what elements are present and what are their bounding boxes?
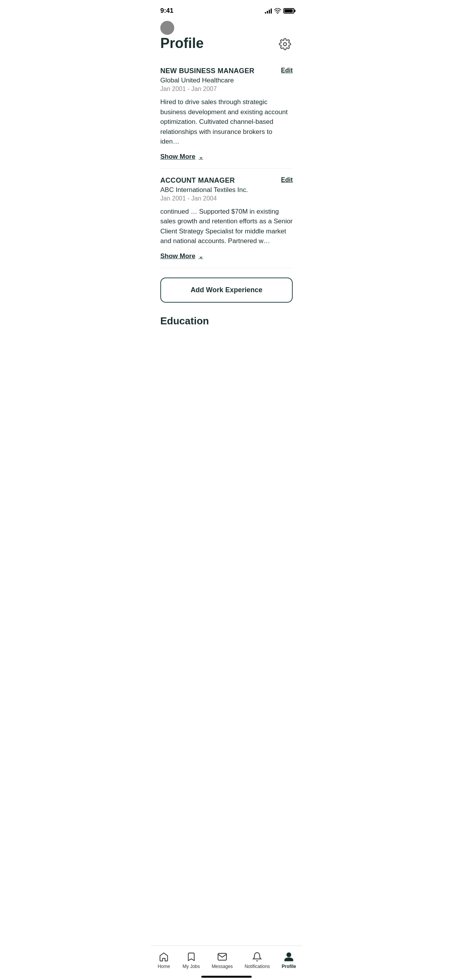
chevron-down-icon-1: ⌄ <box>199 154 203 160</box>
content-area: NEW BUSINESS MANAGER Edit Global United … <box>151 59 302 332</box>
page-header: Profile <box>151 19 302 59</box>
add-work-experience-button[interactable]: Add Work Experience <box>160 278 293 303</box>
company-1: Global United Healthcare <box>160 77 293 84</box>
battery-icon <box>283 8 294 14</box>
status-icons <box>265 8 294 14</box>
wifi-icon <box>274 8 281 14</box>
work-entry-1: NEW BUSINESS MANAGER Edit Global United … <box>160 59 293 169</box>
date-range-2: Jan 2001 - Jan 2004 <box>160 195 293 202</box>
chevron-down-icon-2: ⌄ <box>199 253 203 259</box>
date-range-1: Jan 2001 - Jan 2007 <box>160 86 293 93</box>
status-time: 9:41 <box>160 7 173 15</box>
show-more-button-1[interactable]: Show More ⌄ <box>160 153 203 161</box>
job-description-2: continued … Supported $70M in existing s… <box>160 207 293 246</box>
education-section-title: Education <box>160 312 293 332</box>
signal-icon <box>265 8 272 14</box>
settings-button[interactable] <box>277 36 293 53</box>
svg-point-0 <box>277 13 278 14</box>
job-description-1: Hired to drive sales through strategic b… <box>160 97 293 147</box>
work-entry-2: ACCOUNT MANAGER Edit ABC International T… <box>160 169 293 268</box>
page-title: Profile <box>160 36 204 51</box>
edit-button-2[interactable]: Edit <box>281 176 293 183</box>
job-title-2: ACCOUNT MANAGER <box>160 176 281 185</box>
avatar <box>160 21 174 35</box>
scroll-area: NEW BUSINESS MANAGER Edit Global United … <box>151 59 302 370</box>
gear-icon <box>279 38 291 50</box>
edit-button-1[interactable]: Edit <box>281 67 293 74</box>
company-2: ABC International Textiles Inc. <box>160 186 293 194</box>
job-title-1: NEW BUSINESS MANAGER <box>160 67 281 75</box>
svg-point-1 <box>283 43 287 46</box>
show-more-button-2[interactable]: Show More ⌄ <box>160 252 203 260</box>
status-bar: 9:41 <box>151 0 302 19</box>
